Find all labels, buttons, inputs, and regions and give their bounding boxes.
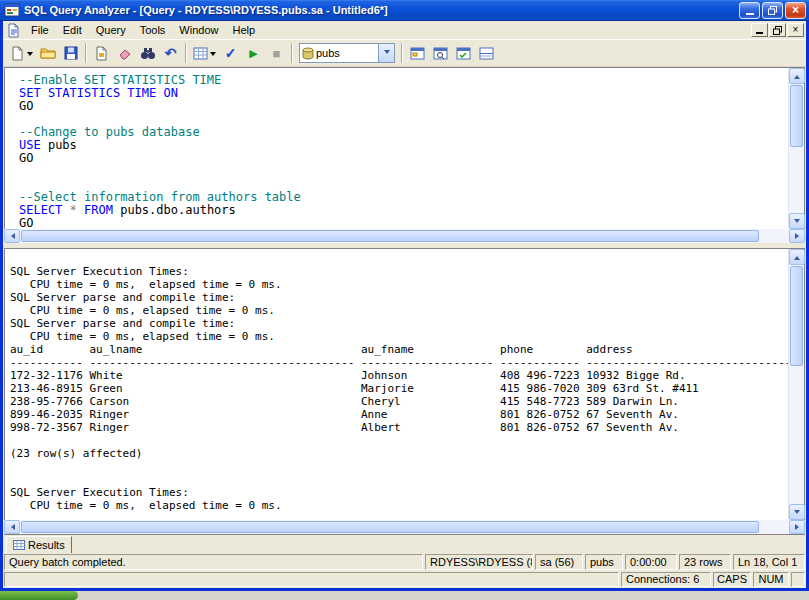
scroll-right-button[interactable]	[789, 520, 805, 534]
results-vertical-scrollbar[interactable]	[788, 249, 804, 520]
results-line: 899-46-2035 Ringer Anne 801 826-0752 67 …	[10, 408, 788, 421]
query-window-icon[interactable]	[6, 23, 21, 38]
floppy-icon	[64, 46, 78, 60]
results-vscroll-thumb[interactable]	[790, 266, 803, 366]
clear-window-button[interactable]	[113, 42, 136, 64]
menu-item-window[interactable]: Window	[172, 22, 225, 38]
open-button[interactable]	[36, 42, 59, 64]
menu-item-edit[interactable]: Edit	[56, 22, 89, 38]
scroll-left-button[interactable]	[4, 229, 20, 243]
scroll-down-button[interactable]	[789, 504, 805, 520]
resize-grip[interactable]	[791, 572, 805, 587]
execute-mode-dropdown-icon	[210, 52, 216, 59]
mdi-restore-button[interactable]	[769, 23, 786, 37]
results-line: 213-46-8915 Green Marjorie 415 986-7020 …	[10, 382, 788, 395]
database-combo-dropdown-button[interactable]	[378, 44, 394, 62]
app-status-spacer	[4, 572, 619, 587]
status-cursor-position: Ln 18, Col 1	[733, 554, 805, 570]
taskbar-sliver	[0, 591, 809, 600]
cancel-query-button[interactable]: ■	[265, 42, 288, 64]
title-bar: SQL Query Analyzer - [Query - RDYESS\RDY…	[0, 0, 809, 21]
mdi-minimize-button[interactable]	[751, 23, 768, 37]
object-browser-icon	[410, 47, 425, 60]
save-button[interactable]	[59, 42, 82, 64]
editor-hscroll-track[interactable]	[20, 229, 789, 243]
mdi-close-button[interactable]: ×	[787, 23, 804, 37]
results-line: CPU time = 0 ms, elapsed time = 0 ms.	[10, 330, 788, 343]
results-line: CPU time = 0 ms, elapsed time = 0 ms.	[10, 499, 788, 512]
tab-results[interactable]: Results	[6, 536, 72, 553]
show-results-pane-icon	[479, 47, 494, 60]
results-line: (23 row(s) affected)	[10, 447, 788, 460]
status-server: RDYESS\RDYESS (8.0)	[425, 554, 533, 570]
find-button[interactable]	[136, 42, 159, 64]
arrow-down-icon	[794, 510, 800, 517]
mdi-restore-icon	[773, 26, 782, 35]
status-exec-time: 0:00:00	[625, 554, 677, 570]
editor-horizontal-scrollbar[interactable]	[4, 229, 805, 243]
close-icon: ×	[792, 4, 799, 16]
arrow-right-icon	[795, 524, 802, 530]
binoculars-icon	[140, 46, 156, 60]
results-vscroll-track[interactable]	[789, 265, 804, 504]
grid-icon	[193, 47, 208, 60]
results-tab-bar: Results	[4, 534, 805, 553]
menu-item-file[interactable]: File	[24, 22, 56, 38]
scroll-up-button[interactable]	[789, 249, 805, 265]
execute-mode-button[interactable]	[190, 42, 219, 64]
results-line: 172-32-1176 White Johnson 408 496-7223 1…	[10, 369, 788, 382]
scroll-left-button[interactable]	[4, 520, 20, 534]
results-hscroll-thumb[interactable]	[21, 521, 759, 533]
parse-check-icon: ✓	[225, 45, 237, 61]
app-icon	[4, 2, 20, 18]
results-line: au_id au_lname au_fname phone address	[10, 343, 788, 356]
minimize-button[interactable]	[739, 2, 760, 19]
scroll-up-button[interactable]	[789, 68, 805, 84]
editor-vertical-scrollbar[interactable]	[788, 68, 804, 229]
editor-line: USE pubs	[19, 139, 788, 152]
menu-item-help[interactable]: Help	[225, 22, 262, 38]
editor-line: --Change to pubs database	[19, 126, 788, 139]
undo-button[interactable]: ↶	[159, 42, 182, 64]
editor-line: GO	[19, 100, 788, 113]
parse-query-button[interactable]: ✓	[219, 42, 242, 64]
results-line: SQL Server Execution Times:	[10, 486, 788, 499]
arrow-up-icon	[794, 253, 800, 260]
toolbar: ↶ ✓ ▶ ■	[3, 40, 806, 67]
database-combo[interactable]: pubs	[299, 43, 395, 63]
editor-vscroll-track[interactable]	[789, 84, 804, 213]
sql-query-analyzer-window: SQL Query Analyzer - [Query - RDYESS\RDY…	[0, 0, 809, 600]
menu-item-query[interactable]: Query	[89, 22, 133, 38]
results-line: SQL Server parse and compile time:	[10, 291, 788, 304]
results-horizontal-scrollbar[interactable]	[4, 520, 805, 534]
execute-query-button[interactable]: ▶	[242, 42, 265, 64]
minimize-icon	[746, 13, 754, 15]
menu-item-tools[interactable]: Tools	[133, 22, 173, 38]
status-num-lock: NUM	[753, 572, 789, 587]
status-database: pubs	[585, 554, 623, 570]
editor-code[interactable]: --Enable SET STATISTICS TIMESET STATISTI…	[5, 68, 788, 229]
database-icon	[302, 47, 314, 60]
toolbar-separator	[401, 43, 403, 63]
close-button[interactable]: ×	[785, 2, 806, 19]
insert-template-button[interactable]	[90, 42, 113, 64]
window-frame: File Edit Query Tools Window Help ×	[0, 21, 809, 591]
new-query-button[interactable]	[7, 42, 36, 64]
restore-button[interactable]	[762, 2, 783, 19]
show-results-pane-button[interactable]	[475, 42, 498, 64]
object-browser-button[interactable]	[406, 42, 429, 64]
results-line: SQL Server parse and compile time:	[10, 317, 788, 330]
eraser-icon	[117, 47, 132, 60]
results-hscroll-track[interactable]	[20, 520, 789, 534]
editor-hscroll-thumb[interactable]	[21, 230, 759, 242]
scroll-down-button[interactable]	[789, 213, 805, 229]
editor-line: SELECT * FROM pubs.dbo.authors	[19, 204, 788, 217]
scroll-right-button[interactable]	[789, 229, 805, 243]
start-button[interactable]	[0, 591, 78, 600]
status-connections: Connections: 6	[621, 572, 711, 587]
editor-vscroll-thumb[interactable]	[790, 85, 803, 147]
connection-properties-button[interactable]	[452, 42, 475, 64]
results-line: CPU time = 0 ms, elapsed time = 0 ms.	[10, 304, 788, 317]
results-text[interactable]: SQL Server Execution Times: CPU time = 0…	[5, 249, 788, 520]
object-search-button[interactable]	[429, 42, 452, 64]
